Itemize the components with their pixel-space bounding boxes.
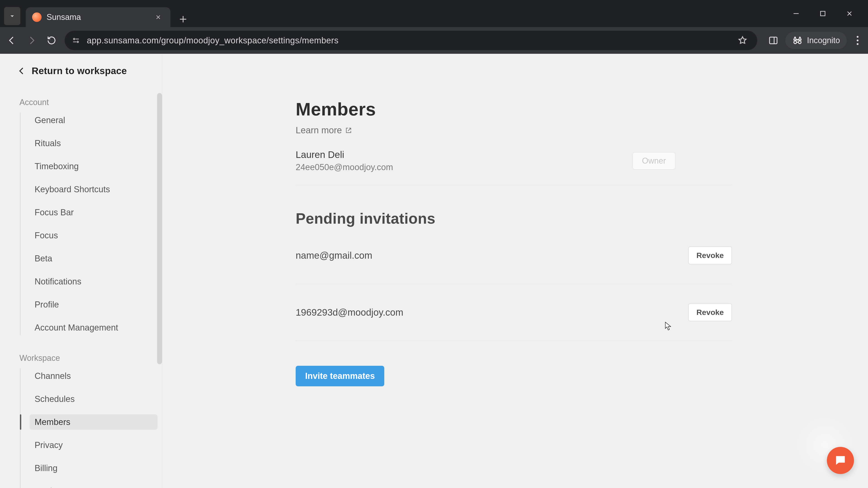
sidebar-item-billing[interactable]: Billing bbox=[30, 460, 158, 476]
pending-row: name@gmail.com Revoke bbox=[296, 227, 732, 284]
site-settings-icon[interactable] bbox=[70, 35, 81, 46]
settings-content: Members Learn more Lauren Deli 24ee050e@… bbox=[162, 54, 868, 488]
sidebar-item-channels[interactable]: Channels bbox=[30, 368, 158, 384]
window-minimize-icon[interactable] bbox=[791, 8, 802, 19]
sidebar-item-members[interactable]: Members bbox=[30, 414, 158, 430]
sidebar-item-privacy[interactable]: Privacy bbox=[30, 437, 158, 453]
browser-tab[interactable]: Sunsama bbox=[26, 7, 170, 27]
pending-row: 1969293d@moodjoy.com Revoke bbox=[296, 284, 732, 341]
external-link-icon bbox=[345, 127, 352, 134]
browser-menu-icon[interactable] bbox=[852, 35, 863, 46]
sidebar-item-focus-bar[interactable]: Focus Bar bbox=[30, 205, 158, 220]
intercom-chat-button[interactable] bbox=[827, 447, 854, 474]
window-controls bbox=[791, 0, 864, 27]
nav-group-workspace: Channels Schedules Members Privacy Billi… bbox=[20, 368, 158, 488]
address-bar[interactable]: app.sunsama.com/group/moodjoy_workspace/… bbox=[65, 31, 757, 50]
svg-point-1 bbox=[73, 38, 75, 40]
pending-email: name@gmail.com bbox=[296, 250, 372, 261]
learn-more-link[interactable]: Learn more bbox=[296, 125, 732, 135]
page-viewport: Return to workspace Account General Ritu… bbox=[0, 54, 868, 488]
pending-title: Pending invitations bbox=[296, 210, 732, 227]
invite-teammates-button[interactable]: Invite teammates bbox=[296, 366, 384, 386]
sidebar-item-rituals[interactable]: Rituals bbox=[30, 135, 158, 151]
settings-sidebar: Return to workspace Account General Ritu… bbox=[0, 54, 162, 488]
sidebar-item-keyboard-shortcuts[interactable]: Keyboard Shortcuts bbox=[30, 182, 158, 197]
member-email: 24ee050e@moodjoy.com bbox=[296, 162, 393, 172]
sidebar-item-account-management[interactable]: Account Management bbox=[30, 320, 158, 335]
tab-search-dropdown[interactable] bbox=[4, 7, 20, 25]
sidebar-item-workspace[interactable]: Workspace bbox=[30, 484, 158, 488]
tab-strip: Sunsama bbox=[0, 0, 189, 27]
close-tab-icon[interactable] bbox=[154, 13, 162, 21]
svg-rect-0 bbox=[820, 11, 825, 16]
sunsama-favicon bbox=[32, 12, 41, 22]
tab-title: Sunsama bbox=[46, 12, 149, 22]
nav-reload-icon[interactable] bbox=[45, 34, 58, 47]
page-title: Members bbox=[296, 99, 732, 120]
nav-forward-icon[interactable] bbox=[25, 34, 38, 47]
role-badge: Owner bbox=[632, 152, 675, 170]
svg-rect-3 bbox=[770, 37, 777, 43]
sidebar-item-profile[interactable]: Profile bbox=[30, 297, 158, 312]
sidebar-scroll-thumb[interactable] bbox=[157, 93, 162, 364]
nav-back-icon[interactable] bbox=[5, 34, 19, 47]
sidebar-item-general[interactable]: General bbox=[30, 112, 158, 128]
bookmark-star-icon[interactable] bbox=[737, 35, 748, 46]
browser-titlebar: Sunsama bbox=[0, 0, 868, 27]
return-label: Return to workspace bbox=[32, 66, 127, 76]
member-row: Lauren Deli 24ee050e@moodjoy.com Owner bbox=[296, 135, 732, 185]
browser-toolbar: app.sunsama.com/group/moodjoy_workspace/… bbox=[0, 27, 868, 54]
revoke-button[interactable]: Revoke bbox=[688, 303, 732, 321]
section-title-workspace: Workspace bbox=[20, 353, 158, 363]
url-text: app.sunsama.com/group/moodjoy_workspace/… bbox=[87, 36, 339, 45]
side-panel-icon[interactable] bbox=[767, 34, 780, 47]
section-title-account: Account bbox=[20, 98, 158, 107]
member-name: Lauren Deli bbox=[296, 149, 393, 160]
incognito-label: Incognito bbox=[807, 36, 840, 45]
mouse-cursor-icon bbox=[665, 322, 671, 331]
return-to-workspace-link[interactable]: Return to workspace bbox=[0, 54, 162, 87]
sidebar-item-notifications[interactable]: Notifications bbox=[30, 274, 158, 289]
window-close-icon[interactable] bbox=[844, 8, 855, 19]
sidebar-item-focus[interactable]: Focus bbox=[30, 228, 158, 243]
sidebar-item-schedules[interactable]: Schedules bbox=[30, 391, 158, 407]
pending-email: 1969293d@moodjoy.com bbox=[296, 307, 403, 318]
revoke-button[interactable]: Revoke bbox=[688, 247, 732, 264]
window-maximize-icon[interactable] bbox=[817, 8, 828, 19]
sidebar-item-beta[interactable]: Beta bbox=[30, 251, 158, 266]
sidebar-item-timeboxing[interactable]: Timeboxing bbox=[30, 159, 158, 174]
sidebar-scroll[interactable]: Account General Rituals Timeboxing Keybo… bbox=[0, 93, 158, 488]
svg-point-2 bbox=[77, 41, 79, 42]
new-tab-button[interactable] bbox=[177, 13, 189, 25]
toolbar-right: Incognito bbox=[767, 32, 863, 49]
sidebar-scrollbar[interactable] bbox=[157, 93, 162, 400]
nav-group-account: General Rituals Timeboxing Keyboard Shor… bbox=[20, 112, 158, 335]
incognito-chip[interactable]: Incognito bbox=[785, 32, 847, 49]
learn-more-label: Learn more bbox=[296, 125, 342, 135]
